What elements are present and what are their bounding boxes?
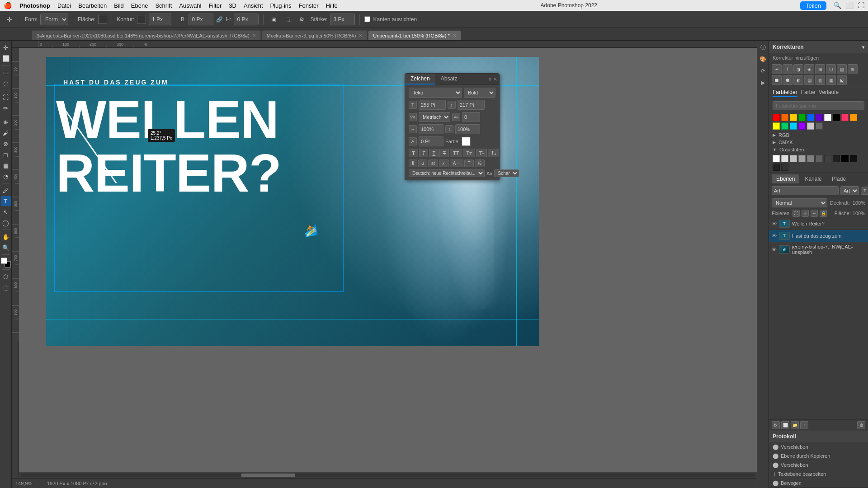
link-icon[interactable]: 🔗 [216, 16, 223, 23]
move-tool-icon[interactable]: ✛ [4, 14, 15, 25]
tab-zeichen[interactable]: Zeichen [405, 74, 435, 84]
swatch-pink[interactable] [841, 114, 849, 121]
color-btn[interactable]: 🎨 [758, 54, 768, 64]
grau-10[interactable] [850, 155, 857, 162]
fullscreen-icon[interactable]: ⛶ [858, 2, 864, 9]
menu-ebene[interactable]: Ebene [131, 2, 148, 9]
cmyk-group-row[interactable]: ▶ CMYK [769, 139, 868, 146]
fix-icon-4[interactable]: 🔒 [820, 210, 827, 217]
tab-3[interactable]: Unbenannt-1 bei 150% (RGB/8#) * ✕ [368, 30, 461, 40]
grau-2[interactable] [781, 155, 788, 162]
brush-tool[interactable]: 🖌 [1, 128, 11, 138]
horizontal-scrollbar[interactable] [19, 472, 757, 478]
ebenen-filter-select[interactable]: Art [840, 186, 859, 195]
korr-exposure[interactable]: ◑ [793, 64, 803, 74]
korr-curves[interactable]: ⌇ [783, 64, 793, 74]
info-btn[interactable]: ⓘ [758, 42, 768, 52]
grau-8[interactable] [833, 155, 840, 162]
eye-icon-3[interactable]: 👁 [772, 247, 777, 252]
korr-bw[interactable]: ▧ [837, 64, 847, 74]
clone-tool[interactable]: ⊗ [1, 139, 11, 149]
leading-input[interactable] [458, 100, 485, 110]
swatch-lgray[interactable] [807, 122, 814, 130]
path-select-tool[interactable]: ↖ [1, 207, 11, 217]
protokoll-item-4[interactable]: T Textebene bearbeiten [769, 469, 868, 479]
layer-wellen[interactable]: 👁 T Wellen Reiter? [769, 218, 868, 230]
shape-combine-btn[interactable]: ⬚ [282, 14, 293, 25]
aa-select[interactable]: Scharf [494, 169, 519, 177]
fix-icon-1[interactable]: ⛶ [793, 210, 800, 217]
swatch-green[interactable] [798, 114, 806, 121]
swatch-violet[interactable] [798, 122, 806, 130]
korrekturen-header[interactable]: Korrekturen ▾ [769, 41, 868, 53]
korr-brightness[interactable]: ☀ [772, 64, 782, 74]
swatch-amber[interactable] [850, 114, 857, 121]
menu-hilfe[interactable]: Hilfe [326, 2, 338, 9]
blur-tool[interactable]: ◔ [1, 171, 11, 181]
tab-1-close[interactable]: ✕ [252, 33, 256, 38]
font-style-select[interactable]: Bold [464, 88, 495, 98]
menu-datei[interactable]: Datei [57, 2, 71, 9]
korrekturen-collapse[interactable]: ▾ [862, 45, 864, 50]
hand-tool[interactable]: ✋ [1, 232, 11, 242]
korr-levels[interactable]: ≋ [848, 64, 858, 74]
artboard-tool[interactable]: ⬜ [1, 53, 11, 63]
swatch-dgray[interactable] [816, 122, 823, 130]
search-icon[interactable]: 🔍 [834, 2, 841, 9]
layer-hast[interactable]: 👁 T Hast du das zeug zum [769, 230, 868, 242]
tab-absatz[interactable]: Absatz [435, 74, 463, 84]
tracking-select[interactable]: Metrisch [419, 112, 450, 122]
fmt-half[interactable]: ½ [475, 160, 485, 167]
canvas-scroll[interactable]: HAST DU DAS ZEUG ZUM WELLEN REITER? 🏄 25… [19, 48, 757, 478]
baseline-input[interactable] [419, 136, 443, 146]
text-tool[interactable]: T [1, 196, 11, 206]
fmt-italic[interactable]: T [419, 149, 429, 157]
fmt-underline[interactable]: T [429, 149, 439, 157]
farbfelder-search[interactable] [773, 101, 864, 110]
tab-farbe[interactable]: Farbe [801, 89, 815, 97]
history-btn[interactable]: ⟳ [758, 66, 768, 76]
korr-photo[interactable]: 🔲 [772, 75, 782, 85]
korr-colorbal[interactable]: ⬡ [826, 64, 836, 74]
swatch-lime[interactable] [773, 122, 780, 130]
swatch-cyan[interactable] [790, 122, 797, 130]
ebenen-filter-input[interactable] [772, 186, 839, 195]
korr-vibrance[interactable]: ◈ [804, 64, 814, 74]
color-picker[interactable] [1, 258, 11, 267]
swatch-yellow[interactable] [790, 114, 797, 121]
swatch-teal[interactable] [781, 122, 788, 130]
menu-fenster[interactable]: Fenster [299, 2, 319, 9]
shape-settings-btn[interactable]: ⚙ [296, 14, 307, 25]
rgb-group-row[interactable]: ▶ RGB [769, 131, 868, 139]
grau-4[interactable] [798, 155, 806, 162]
tab-kanaele[interactable]: Kanäle [800, 174, 826, 183]
tab-verlaeufe[interactable]: Verläufe [819, 89, 839, 97]
new-layer-btn[interactable]: + [800, 421, 808, 429]
kerning-input[interactable] [462, 112, 480, 122]
menu-3d[interactable]: 3D [229, 2, 236, 9]
graustufen-group-row[interactable]: ▼ Graustufen [769, 146, 868, 153]
swatch-white[interactable] [824, 114, 831, 121]
shape-tool[interactable]: ◯ [1, 218, 11, 228]
menu-auswahl[interactable]: Auswahl [179, 2, 201, 9]
swatch-red[interactable] [773, 114, 780, 121]
crop-tool[interactable]: ⛶ [1, 92, 11, 102]
grau-1[interactable] [773, 155, 780, 162]
tab-3-close[interactable]: ✕ [453, 33, 456, 38]
grau-7[interactable] [824, 155, 831, 162]
grau-12[interactable] [781, 164, 788, 171]
font-family-select[interactable]: Teko [409, 88, 462, 98]
korr-gradient[interactable]: ▦ [826, 75, 836, 85]
protokoll-item-1[interactable]: ⬤ Verschieben [769, 442, 868, 451]
korr-hsl[interactable]: ⊞ [815, 64, 825, 74]
zoom-tool[interactable]: 🔍 [1, 243, 11, 253]
menu-bearbeiten[interactable]: Bearbeiten [78, 2, 107, 9]
marquee-tool[interactable]: ▭ [1, 67, 11, 77]
grau-11[interactable] [773, 164, 780, 171]
tab-pfade[interactable]: Pfade [827, 174, 850, 183]
blend-mode-select[interactable]: Normal [772, 198, 827, 207]
tab-farbfelder[interactable]: Farbfelder [773, 89, 797, 97]
gradient-tool[interactable]: ▦ [1, 160, 11, 170]
tab-2[interactable]: Mockup-Banner-3.jpg bei 50% (RGB/8#) ✕ [262, 30, 367, 40]
fmt-smallcaps[interactable]: TT [463, 149, 475, 157]
